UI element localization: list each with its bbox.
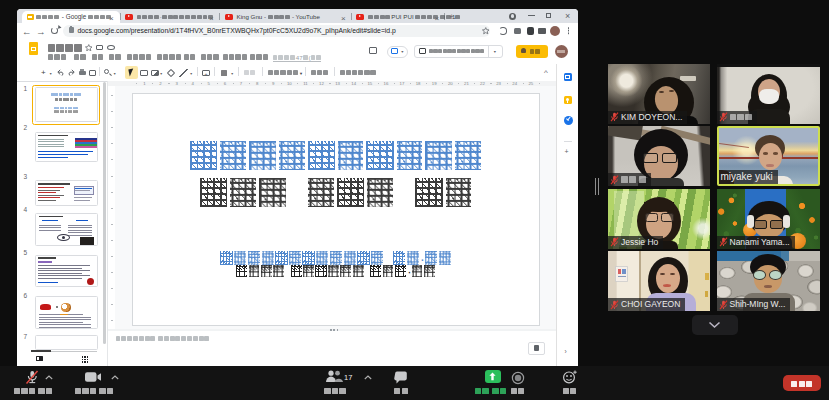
svg-text:17: 17 [344,373,352,382]
